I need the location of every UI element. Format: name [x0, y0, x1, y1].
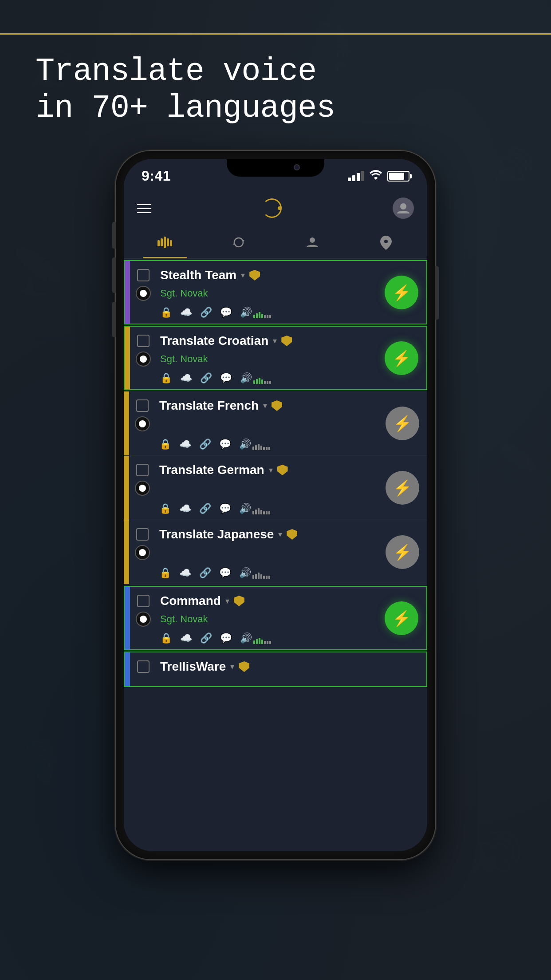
volume-indicator: 🔊: [239, 567, 270, 579]
cloud-icon: ☁️: [180, 307, 192, 318]
channel-name: Translate Japanese: [159, 527, 274, 541]
channel-name: Translate Croatian: [160, 334, 268, 348]
hero-text: Translate voice in 70+ languages: [35, 53, 335, 127]
svg-point-0: [400, 203, 406, 209]
svg-point-7: [384, 240, 388, 243]
channel-item-translate-french[interactable]: Translate French ▾ 🔒 ☁️ 🔗 💬 🔊: [124, 391, 427, 456]
top-accent-line: [0, 33, 551, 35]
channel-action: ⚡: [378, 520, 427, 584]
volume-icon: 🔊: [240, 307, 252, 318]
ptt-button[interactable]: [136, 286, 151, 301]
channel-action: ⚡: [377, 327, 426, 389]
logo-dot: [278, 206, 281, 210]
cloud-icon: ☁️: [179, 439, 191, 450]
hamburger-line: [137, 208, 151, 209]
channel-checkbox[interactable]: [137, 595, 150, 607]
link-icon: 🔗: [199, 567, 211, 579]
phone-notch: [227, 159, 324, 177]
channel-icon-row: 🔒 ☁️ 🔗 💬 🔊: [160, 632, 373, 644]
channel-checkbox[interactable]: [136, 399, 149, 412]
lock-icon: 🔒: [159, 567, 171, 579]
channel-item-stealth-team[interactable]: Stealth Team ▾ Sgt. Novak 🔒 ☁️ 🔗 💬 🔊: [124, 260, 427, 324]
message-icon: 💬: [219, 503, 231, 514]
bolt-button-active[interactable]: ⚡: [385, 276, 418, 309]
verified-badge: [249, 270, 260, 281]
channel-icon-row: 🔒 ☁️ 🔗 💬 🔊: [159, 567, 374, 579]
bolt-button-inactive[interactable]: ⚡: [386, 407, 419, 440]
menu-button[interactable]: [137, 204, 151, 213]
channel-checkbox[interactable]: [136, 464, 149, 476]
avatar[interactable]: [393, 198, 414, 219]
lock-icon: 🔒: [160, 372, 172, 384]
svg-rect-1: [157, 240, 160, 246]
bolt-button-inactive[interactable]: ⚡: [386, 471, 419, 505]
volume-icon: 🔊: [240, 372, 252, 384]
volume-down-button: [112, 302, 116, 337]
channel-info: TrellisWare ▾: [157, 652, 426, 686]
volume-up-button: [112, 257, 116, 293]
bolt-button-active[interactable]: ⚡: [385, 601, 418, 635]
app-logo: [262, 198, 282, 218]
channel-info: Translate German ▾ 🔒 ☁️ 🔗 💬 🔊: [156, 456, 378, 520]
lock-icon: 🔒: [160, 307, 172, 318]
signal-icon: [348, 171, 364, 181]
bolt-icon: ⚡: [393, 543, 412, 561]
color-bar: [124, 391, 129, 455]
channel-left-controls: [130, 587, 157, 649]
hamburger-line: [137, 212, 151, 213]
link-icon: 🔗: [199, 439, 211, 450]
channel-checkbox[interactable]: [136, 528, 149, 541]
bolt-icon: ⚡: [392, 609, 411, 627]
volume-indicator: 🔊: [240, 372, 271, 384]
cloud-icon: ☁️: [180, 372, 192, 384]
channel-action: ⚡: [378, 456, 427, 520]
svg-point-6: [310, 237, 315, 243]
channel-action: ⚡: [377, 587, 426, 649]
message-icon: 💬: [220, 307, 232, 318]
bolt-button-inactive[interactable]: ⚡: [386, 535, 419, 569]
channel-item-translate-croatian[interactable]: Translate Croatian ▾ Sgt. Novak 🔒 ☁️ 🔗 💬…: [124, 326, 427, 390]
verified-badge: [239, 661, 249, 672]
channel-item-translate-japanese[interactable]: Translate Japanese ▾ 🔒 ☁️ 🔗 💬 🔊: [124, 520, 427, 585]
channel-action: ⚡: [377, 261, 426, 324]
battery-icon: [387, 171, 409, 182]
color-bar: [124, 520, 129, 584]
channel-icon-row: 🔒 ☁️ 🔗 💬 🔊: [160, 372, 373, 384]
channel-item-trellisware[interactable]: TrellisWare ▾: [124, 652, 427, 687]
tab-audio[interactable]: [128, 228, 202, 258]
ptt-button[interactable]: [135, 545, 150, 560]
color-bar: [125, 587, 130, 649]
tab-sync[interactable]: [202, 228, 276, 258]
user-tab-icon: [306, 236, 319, 252]
ptt-button[interactable]: [135, 416, 150, 431]
channel-name: Translate German: [159, 463, 264, 477]
channel-checkbox[interactable]: [137, 660, 150, 673]
dropdown-arrow-icon: ▾: [225, 596, 229, 606]
color-bar: [125, 652, 130, 686]
ptt-button[interactable]: [136, 352, 151, 367]
channel-user: Sgt. Novak: [160, 288, 373, 299]
message-icon: 💬: [220, 632, 232, 644]
ptt-button[interactable]: [135, 481, 150, 496]
ptt-button[interactable]: [136, 612, 151, 627]
channel-item-translate-german[interactable]: Translate German ▾ 🔒 ☁️ 🔗 💬 🔊: [124, 456, 427, 520]
hero-line1: Translate voice: [35, 53, 335, 90]
phone-screen: 9:41: [124, 159, 427, 851]
channel-checkbox[interactable]: [137, 269, 150, 281]
color-bar: [124, 456, 129, 520]
bolt-icon: ⚡: [393, 415, 412, 432]
channel-checkbox[interactable]: [137, 335, 150, 347]
tab-location[interactable]: [349, 228, 423, 258]
channel-info: Translate Croatian ▾ Sgt. Novak 🔒 ☁️ 🔗 💬…: [157, 327, 377, 389]
channel-name: Command: [160, 594, 221, 608]
tab-user[interactable]: [276, 228, 349, 258]
bolt-button-active[interactable]: ⚡: [385, 341, 418, 375]
dropdown-arrow-icon: ▾: [278, 530, 282, 539]
channel-item-command[interactable]: Command ▾ Sgt. Novak 🔒 ☁️ 🔗 💬 🔊: [124, 586, 427, 650]
verified-badge: [281, 336, 292, 346]
wifi-icon: [370, 170, 382, 182]
dropdown-arrow-icon: ▾: [273, 336, 277, 346]
cloud-icon: ☁️: [180, 632, 192, 644]
channel-icon-row: 🔒 ☁️ 🔗 💬 🔊: [160, 307, 373, 318]
channel-action: ⚡: [378, 391, 427, 455]
